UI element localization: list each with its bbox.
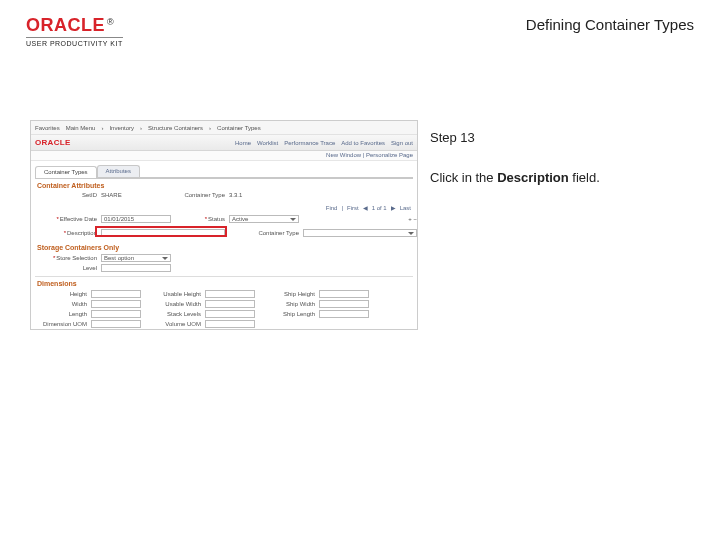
pager-position: 1 of 1 — [372, 205, 387, 211]
instruction-text-before: Click in the — [430, 170, 497, 185]
section-container-attributes: Container Attributes — [31, 179, 417, 190]
value-setid: SHARE — [101, 192, 171, 198]
section-storage: Storage Containers Only — [31, 241, 417, 252]
label-effective-date: Effective Date — [37, 216, 97, 222]
label-ship-length: Ship Length — [259, 311, 315, 317]
link-signout[interactable]: Sign out — [391, 140, 413, 146]
label-container-type2: Container Type — [229, 230, 299, 236]
label-setid: SetID — [37, 192, 97, 198]
breadcrumb-item[interactable]: Container Types — [217, 125, 261, 131]
label-length: Length — [37, 311, 87, 317]
instruction-text-after: field. — [569, 170, 600, 185]
width-field[interactable] — [91, 300, 141, 308]
link-perf-trace[interactable]: Performance Trace — [284, 140, 335, 146]
tab-container-types[interactable]: Container Types — [35, 166, 97, 178]
breadcrumb-item[interactable]: Inventory — [109, 125, 134, 131]
stack-levels-field[interactable] — [205, 310, 255, 318]
breadcrumb-item[interactable]: Favorites — [35, 125, 60, 131]
pager-first[interactable]: First — [347, 205, 359, 211]
ship-length-field[interactable] — [319, 310, 369, 318]
ship-height-field[interactable] — [319, 290, 369, 298]
chevron-left-icon[interactable]: ◀ — [363, 204, 368, 211]
breadcrumb-item[interactable]: Main Menu — [66, 125, 96, 131]
description-field[interactable] — [101, 229, 225, 237]
section-dimensions: Dimensions — [31, 277, 417, 288]
instruction-field-name: Description — [497, 170, 569, 185]
level-field[interactable] — [101, 264, 171, 272]
value-container-type: 3.3.1 — [229, 192, 299, 198]
label-usable-height: Usable Height — [145, 291, 201, 297]
store-selection-select[interactable]: Best option — [101, 254, 171, 262]
status-select[interactable]: Active — [229, 215, 299, 223]
breadcrumb-item[interactable]: Structure Containers — [148, 125, 203, 131]
oracle-logo: ORACLE — [26, 15, 105, 35]
label-stack-levels: Stack Levels — [145, 311, 201, 317]
usable-width-field[interactable] — [205, 300, 255, 308]
brand-subtitle: USER PRODUCTIVITY KIT — [26, 37, 123, 47]
label-ship-height: Ship Height — [259, 291, 315, 297]
link-add-fav[interactable]: Add to Favorites — [341, 140, 385, 146]
link-home[interactable]: Home — [235, 140, 251, 146]
brand-block: ORACLE® USER PRODUCTIVITY KIT — [26, 16, 123, 47]
length-field[interactable] — [91, 310, 141, 318]
page-title: Defining Container Types — [526, 16, 694, 33]
label-status: Status — [175, 216, 225, 222]
chevron-right-icon[interactable]: ▶ — [391, 204, 396, 211]
usable-height-field[interactable] — [205, 290, 255, 298]
label-store-selection: Store Selection — [37, 255, 97, 261]
label-width: Width — [37, 301, 87, 307]
tab-attributes[interactable]: Attributes — [97, 165, 140, 177]
label-container-type: Container Type — [175, 192, 225, 198]
label-level: Level — [37, 265, 97, 271]
label-ship-width: Ship Width — [259, 301, 315, 307]
height-field[interactable] — [91, 290, 141, 298]
label-vol-uom: Volume UOM — [145, 321, 201, 327]
instruction-panel: Step 13 Click in the Description field. — [430, 128, 690, 187]
label-height: Height — [37, 291, 87, 297]
label-usable-width: Usable Width — [145, 301, 201, 307]
top-links: Home Worklist Performance Trace Add to F… — [235, 140, 413, 146]
app-screenshot: Favorites Main Menu› Inventory› Structur… — [30, 120, 418, 330]
app-logo: ORACLE — [35, 138, 71, 147]
ship-width-field[interactable] — [319, 300, 369, 308]
pager-last[interactable]: Last — [400, 205, 411, 211]
label-description: Description — [37, 230, 97, 236]
link-worklist[interactable]: Worklist — [257, 140, 278, 146]
step-instruction: Click in the Description field. — [430, 168, 690, 188]
dim-uom-field[interactable] — [91, 320, 141, 328]
effective-date-field[interactable]: 01/01/2015 — [101, 215, 171, 223]
row-add-remove[interactable]: + − — [357, 216, 417, 222]
breadcrumb: Favorites Main Menu› Inventory› Structur… — [31, 121, 417, 135]
window-actions[interactable]: New Window | Personalize Page — [31, 151, 417, 161]
trademark-icon: ® — [107, 17, 114, 27]
vol-uom-field[interactable] — [205, 320, 255, 328]
pager-find[interactable]: Find — [326, 205, 338, 211]
step-number: Step 13 — [430, 128, 690, 148]
container-type-select[interactable] — [303, 229, 417, 237]
label-dim-uom: Dimension UOM — [37, 321, 87, 327]
